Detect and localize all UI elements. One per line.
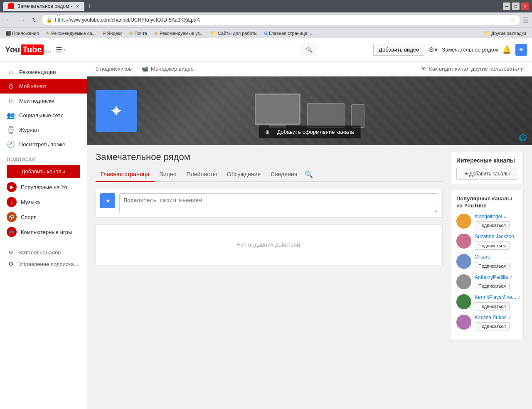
channel-tabs: Главная страница Видео Плейлисты Обсужде…	[96, 168, 443, 182]
sidebar-item-recommendations[interactable]: ⌂ Рекомендации	[0, 65, 87, 79]
bookmark-star-icon[interactable]: ☆	[510, 17, 516, 23]
nav-bar: ← → ↻ 🔒 https://www.youtube.com/channel/…	[0, 12, 532, 27]
no-activity-text: Нет недавних действий.	[236, 241, 302, 248]
address-bar[interactable]: 🔒 https://www.youtube.com/channel/UCRYKn…	[42, 15, 520, 25]
sidebar-item-my-subscriptions[interactable]: ⊞ Мои подписки	[0, 94, 87, 108]
new-tab-btn[interactable]: +	[88, 2, 92, 11]
account-grid-btn[interactable]: ✦	[515, 44, 527, 56]
reload-btn[interactable]: ↻	[30, 16, 39, 24]
sub-name-sport: Спорт	[21, 214, 36, 220]
yt-logo[interactable]: YouTubeRU	[5, 44, 51, 55]
header-right: Добавить видео ⚙▾ Замечательное рядом 🔔 …	[373, 44, 527, 56]
bookmark-mail[interactable]: ✉ Почта	[126, 30, 150, 37]
sidebar-item-manage-subs[interactable]: ⚙ Управление подписка...	[0, 258, 87, 270]
title-bar: Замечательное рядом - ✕ + ─ □ ✕	[0, 0, 532, 12]
bookmark-mail-label: Почта	[134, 31, 147, 36]
bookmark-apps-label: Приложения	[12, 31, 39, 36]
browser-tab[interactable]: Замечательное рядом - ✕	[3, 2, 84, 11]
sidebar-watch-later-label: Посмотреть позже	[19, 141, 65, 148]
logo-ru: RU	[44, 49, 51, 54]
monitor-device	[255, 94, 300, 128]
subscribe-label-karissa: Подписаться	[478, 324, 506, 329]
bookmark-recom2[interactable]: ★ Рекомендуемые уз...	[151, 30, 206, 37]
subscribe-btn-mangelrogel[interactable]: Подписаться	[475, 221, 510, 229]
tab-playlists[interactable]: Плейлисты	[181, 168, 222, 182]
tab-about[interactable]: Сведения	[266, 168, 302, 182]
how-see-link[interactable]: 👁 Как видят канал другие пользователи	[421, 66, 524, 72]
sidebar-item-catalog[interactable]: ⚙ Каталог каналов	[0, 246, 87, 258]
bookmark-work[interactable]: 📁 Сайты для работы	[208, 30, 260, 37]
bookmark-recom1[interactable]: ★ Рекомендуемые са...	[43, 30, 98, 37]
bookmark-work-label: Сайты для работы	[218, 31, 258, 36]
popular-channels-title: Популярные каналы на YouTube	[456, 195, 518, 209]
add-channels-right-btn[interactable]: + Добавить каналы	[456, 168, 518, 180]
how-see-label: Как видят канал другие пользователи	[429, 66, 524, 72]
subscribe-btn-suzanne[interactable]: Подписаться	[475, 241, 510, 250]
channel-name-kermit: KermitPlaysMine...	[475, 294, 516, 301]
tab-search-btn[interactable]: 🔍	[302, 168, 315, 181]
tab-close-btn[interactable]: ✕	[76, 4, 79, 9]
sub-item-popular[interactable]: ▶ Популярные на YouTu...	[0, 180, 87, 195]
sidebar-item-watch-later[interactable]: 🕐 Посмотреть позже	[0, 137, 87, 152]
subscribe-btn-clisare[interactable]: Подписаться	[475, 262, 510, 270]
name-anthony[interactable]: AnthonyPadilla ✓	[475, 274, 518, 281]
settings-btn[interactable]: ⚙▾	[429, 46, 438, 54]
name-kermit[interactable]: KermitPlaysMine... ✓	[475, 294, 521, 301]
tab-videos[interactable]: Видео	[155, 168, 182, 182]
video-manager-link[interactable]: 📹 Менеджер видео	[142, 66, 194, 72]
logo-you: You	[5, 45, 20, 54]
back-btn[interactable]: ←	[3, 15, 14, 25]
bookmark-google[interactable]: G Главная страница: ...	[262, 30, 316, 37]
sidebar-social-label: Социальные сети	[19, 112, 64, 118]
sidebar-item-journal[interactable]: ⌚ Журнал	[0, 123, 87, 137]
forward-btn[interactable]: →	[17, 15, 27, 25]
title-bar-left: Замечательное рядом - ✕ +	[3, 2, 92, 11]
tab-home[interactable]: Главная страница	[96, 168, 155, 182]
sidebar-item-social[interactable]: 👥 Социальные сети	[0, 108, 87, 123]
search-submit-btn[interactable]: 🔍	[300, 44, 319, 56]
tab-discussion[interactable]: Обсуждение	[222, 168, 266, 182]
add-channel-art-btn[interactable]: ⊕ + Добавить оформление канала	[259, 126, 360, 138]
close-btn[interactable]: ✕	[521, 2, 529, 10]
subscribe-btn-anthony[interactable]: Подписаться	[475, 282, 510, 290]
yt-body: ⌂ Рекомендации ⊙ Мой канал ⊞ Мои подписк…	[0, 62, 532, 409]
username-display: Замечательное рядом	[442, 47, 498, 53]
notification-bell-icon[interactable]: 🔔	[502, 45, 511, 54]
search-input[interactable]	[95, 44, 300, 56]
avatar-anthony	[456, 274, 471, 289]
comment-avatar: ✦	[100, 193, 115, 208]
sub-icon-popular: ▶	[7, 182, 17, 192]
bookmark-yandex[interactable]: Я Яндекс	[100, 30, 125, 37]
name-karissa[interactable]: Karissa Pukas ✓	[475, 315, 518, 321]
settings-icon: ⚙	[429, 46, 434, 53]
mail-favicon: ✉	[129, 30, 133, 36]
sub-item-music[interactable]: ♪ Музыка	[0, 195, 87, 209]
name-clisare[interactable]: Clisare	[475, 254, 518, 261]
channel-stats-bar: 0 подписчиков 📹 Менеджер видео 👁 Как вид…	[87, 62, 532, 76]
subscribe-btn-kermit[interactable]: Подписаться	[475, 302, 510, 310]
browser-menu-icon[interactable]: ☰	[523, 16, 529, 24]
maximize-btn[interactable]: □	[512, 2, 520, 10]
bookmark-apps[interactable]: ⊞ Приложения	[3, 30, 41, 37]
bookmarks-bar: ⊞ Приложения ★ Рекомендуемые са... Я Янд…	[0, 27, 532, 38]
add-channels-sidebar-btn[interactable]: Добавить каналы	[7, 165, 80, 178]
sub-item-sport[interactable]: ⚽ Спорт	[0, 209, 87, 224]
sidebar-recommendations-label: Рекомендации	[19, 69, 56, 75]
yandex-favicon: Я	[102, 31, 106, 36]
google-favicon: G	[264, 31, 268, 36]
bookmark-other[interactable]: 📁 Другие закладки	[481, 30, 529, 37]
name-mangelrogel[interactable]: mangelrogel ✓	[475, 214, 518, 220]
video-manager-label: Менеджер видео	[151, 66, 194, 72]
sub-item-gaming[interactable]: 🎮 Компьютерные игры	[0, 224, 87, 239]
minimize-btn[interactable]: ─	[503, 2, 510, 10]
add-video-label: Добавить видео	[379, 47, 419, 53]
channel-logo-icon: ✦	[109, 101, 123, 121]
comment-input[interactable]	[119, 193, 438, 213]
avatar-mangelrogel	[456, 214, 471, 229]
sidebar-item-my-channel[interactable]: ⊙ Мой канал	[0, 79, 87, 94]
subscribe-btn-karissa[interactable]: Подписаться	[475, 322, 510, 330]
add-video-btn[interactable]: Добавить видео	[373, 44, 424, 56]
hamburger-menu-btn[interactable]: ☰ ▾	[56, 45, 65, 54]
name-suzanne[interactable]: Suzanne Jackson	[475, 234, 518, 240]
channel-avatar-banner: ✦	[96, 90, 137, 132]
